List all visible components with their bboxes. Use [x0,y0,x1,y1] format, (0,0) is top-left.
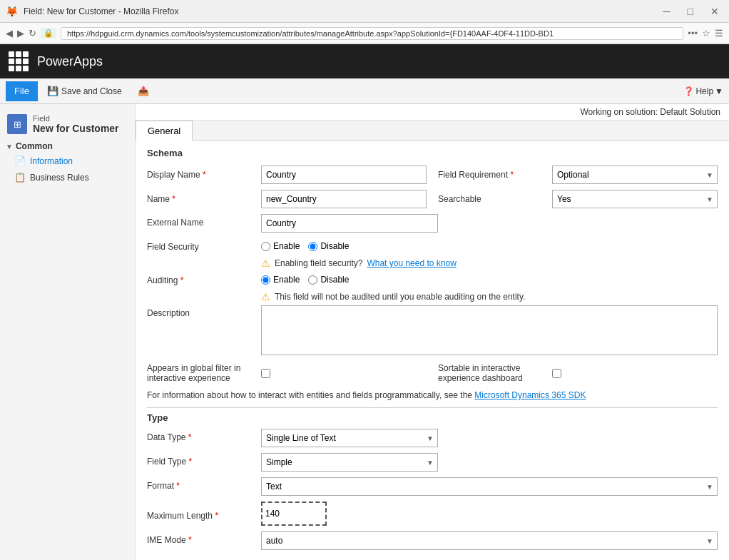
max-length-input[interactable] [265,504,322,523]
toolbar: File 💾 Save and Close 📤 ❓ Help ▼ [0,78,729,104]
ime-mode-select[interactable]: auto active inactive disabled [261,531,718,550]
app-title: PowerApps [37,54,103,69]
browser-titlebar: 🦊 Field: New for Customer - Mozilla Fire… [0,0,729,23]
collapse-arrow-icon: ▼ [6,143,13,151]
publish-icon: 📤 [138,86,149,96]
field-requirement-select-wrapper: Optional Required Recommended [552,166,718,184]
business-rules-icon: 📋 [14,172,26,183]
information-label: Information [30,156,73,166]
main-layout: ⊞ Field New for Customer ▼ Common 📄 Info… [0,104,729,560]
external-name-row: External Name [147,214,718,233]
field-requirement-select[interactable]: Optional Required Recommended [552,166,718,184]
audit-warning-icon: ⚠ [261,291,270,302]
bookmark-icon[interactable]: ☆ [702,28,710,39]
tab-general[interactable]: General [136,121,193,141]
info-text-content: For information about how to interact wi… [147,390,472,400]
field-requirement-label: Field Requirement [438,170,552,180]
tab-bar: General [136,121,729,141]
display-name-input[interactable] [261,166,427,184]
auditing-radio-group: Enable Disable [261,272,718,285]
entity-label: Field [33,114,119,123]
waffle-menu-icon[interactable] [9,51,29,71]
searchable-select[interactable]: Yes No [552,190,718,208]
data-type-label: Data Type [147,429,261,442]
app-header: PowerApps [0,44,729,78]
name-label: Name [147,194,261,204]
field-type-label: Field Type [147,453,261,467]
auditing-row: Auditing Enable Disable [147,272,718,285]
nav-forward-icon[interactable]: ▶ [17,28,24,39]
field-type-select[interactable]: Simple Calculated Rollup [261,453,438,472]
description-textarea[interactable] [261,305,718,355]
name-input[interactable] [261,190,427,208]
save-icon: 💾 [47,86,58,96]
help-icon: ❓ [683,86,694,96]
appears-filter-label: Appears in global filter in interactive … [147,363,261,383]
auditing-enable-radio[interactable]: Enable [261,275,300,285]
more-icon[interactable]: ••• [688,28,698,39]
publish-button[interactable]: 📤 [131,81,156,101]
schema-section-title: Schema [147,148,718,160]
checkbox-row: Appears in global filter in interactive … [147,363,718,383]
sidebar-item-business-rules[interactable]: 📋 Business Rules [0,169,135,185]
auditing-disable-label: Disable [320,275,349,285]
disable-label: Disable [320,241,349,251]
browser-close-btn[interactable]: ✕ [706,4,723,19]
common-section-label: Common [16,141,53,151]
format-row: Format Text Email URL Ticker Symbol Phon… [147,477,718,496]
menu-icon[interactable]: ☰ [715,28,723,39]
file-button[interactable]: File [6,81,38,101]
field-security-row: Field Security Enable Disable [147,238,718,252]
entity-name: New for Customer [33,123,119,134]
business-rules-label: Business Rules [30,173,89,183]
auditing-enable-label: Enable [273,275,300,285]
security-warning-text: Enabling field security? [275,258,362,268]
common-section-header[interactable]: ▼ Common [0,137,135,153]
sdk-link[interactable]: Microsoft Dynamics 365 SDK [474,390,586,400]
field-type-select-wrapper: Simple Calculated Rollup [261,453,438,472]
format-label: Format [147,477,261,491]
max-length-label: Maximum Length [147,507,261,521]
type-section-title: Type [147,407,718,423]
browser-controls: ─ □ ✕ [659,4,723,19]
working-on-label: Working on solution: Default Solution [136,104,729,121]
description-label: Description [147,305,261,318]
save-close-label: Save and Close [61,86,122,96]
form-content: Schema Display Name Field Requirement O [136,141,729,560]
description-row: Description [147,305,718,357]
help-button[interactable]: ❓ Help ▼ [683,86,723,96]
address-bar-input[interactable] [61,27,683,40]
searchable-select-wrapper: Yes No [552,190,718,208]
data-type-select[interactable]: Single Line of Text Multiple Lines of Te… [261,429,438,447]
nav-back-icon[interactable]: ◀ [6,28,13,39]
format-select[interactable]: Text Email URL Ticker Symbol Phone [261,477,718,496]
auditing-disable-radio[interactable]: Disable [308,275,349,285]
data-type-select-wrapper: Single Line of Text Multiple Lines of Te… [261,429,438,447]
browser-maximize-btn[interactable]: □ [683,4,698,19]
save-close-button[interactable]: 💾 Save and Close [41,81,128,101]
sortable-label: Sortable in interactive experience dashb… [438,363,552,383]
field-security-radio-group: Enable Disable [261,238,718,251]
sidebar: ⊞ Field New for Customer ▼ Common 📄 Info… [0,104,136,560]
sortable-col: Sortable in interactive experience dashb… [438,363,718,383]
sidebar-item-information[interactable]: 📄 Information [0,153,135,169]
external-name-label: External Name [147,214,261,228]
browser-addressbar: ◀ ▶ ↻ 🔒 ••• ☆ ☰ [0,23,729,44]
ime-mode-label: IME Mode [147,531,261,545]
nav-refresh-icon[interactable]: ↻ [29,28,36,39]
information-icon: 📄 [14,156,26,166]
help-label: Help [695,86,713,96]
auditing-label: Auditing [147,272,261,285]
field-security-enable-radio[interactable]: Enable [261,241,300,251]
security-link[interactable]: What you need to know [367,258,456,268]
appears-filter-checkbox[interactable] [261,369,270,378]
appears-filter-col: Appears in global filter in interactive … [147,363,427,383]
sortable-checkbox[interactable] [552,369,561,378]
display-name-label: Display Name [147,170,261,180]
field-security-disable-radio[interactable]: Disable [308,241,349,251]
external-name-input[interactable] [261,214,438,233]
field-type-row: Field Type Simple Calculated Rollup [147,453,718,472]
max-length-dashed-border [261,502,327,526]
browser-minimize-btn[interactable]: ─ [659,4,675,19]
format-select-wrapper: Text Email URL Ticker Symbol Phone [261,477,718,496]
